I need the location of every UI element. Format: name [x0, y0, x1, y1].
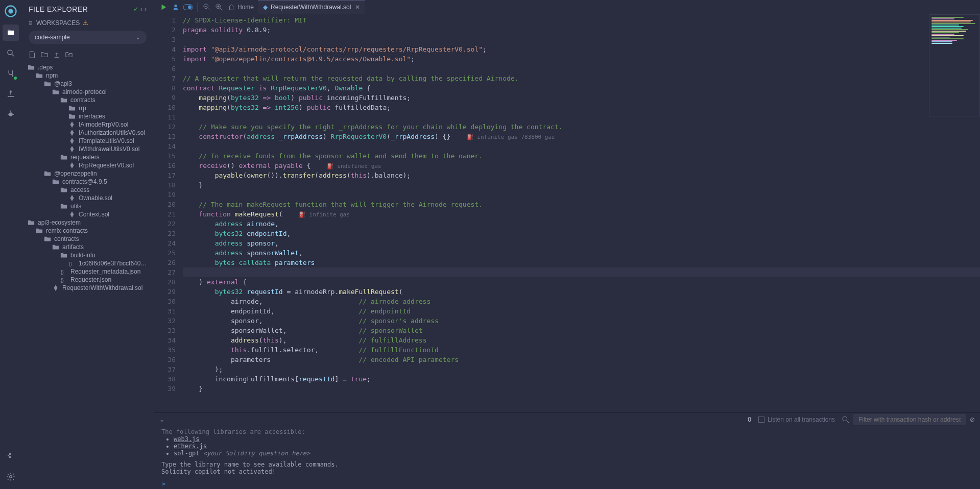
- tree-folder[interactable]: api3-ecosystem: [26, 218, 150, 227]
- code-line[interactable]: // To receive funds from the sponsor wal…: [183, 151, 980, 161]
- workspace-dropdown[interactable]: code-sample ⌄: [29, 31, 147, 44]
- zoom-in-icon[interactable]: [213, 1, 225, 13]
- tree-folder[interactable]: build-info: [26, 251, 150, 259]
- new-folder-icon[interactable]: [41, 51, 48, 58]
- tree-file[interactable]: IWithdrawalUtilsV0.sol: [26, 145, 150, 153]
- git-ok-icon[interactable]: ✓: [133, 6, 138, 13]
- code-line[interactable]: // Make sure you specify the right _rrpA…: [183, 122, 980, 132]
- tree-folder[interactable]: @openzeppelin: [26, 169, 150, 178]
- terminal-body[interactable]: The following libraries are accessible: …: [154, 426, 980, 489]
- code-line[interactable]: address airnode,: [183, 219, 980, 229]
- prev-chevron-icon[interactable]: ‹: [140, 6, 142, 13]
- tree-folder[interactable]: requesters: [26, 153, 150, 161]
- code-line[interactable]: import "@api3/airnode-protocol/contracts…: [183, 44, 980, 54]
- code-line[interactable]: }: [183, 384, 980, 394]
- code-line[interactable]: function makeRequest( ⛽ infinite gas: [183, 209, 980, 219]
- code-line[interactable]: import "@openzeppelin/contracts@4.9.5/ac…: [183, 54, 980, 64]
- code-line[interactable]: // SPDX-License-Identifier: MIT: [183, 15, 980, 25]
- terminal-search-icon[interactable]: [842, 416, 849, 423]
- code-line[interactable]: airnode, // airnode address: [183, 297, 980, 306]
- clear-terminal-icon[interactable]: ⊘: [970, 416, 975, 423]
- code-line[interactable]: payable(owner()).transfer(address(this).…: [183, 170, 980, 180]
- tree-file[interactable]: {}Requester.json: [26, 276, 150, 284]
- tree-folder[interactable]: remix-contracts: [26, 227, 150, 235]
- upload-folder-icon[interactable]: [65, 51, 73, 58]
- terminal-filter-input[interactable]: [853, 414, 966, 425]
- code-line[interactable]: }: [183, 180, 980, 190]
- code-line[interactable]: this.fulfill.selector, // fulfillFunctio…: [183, 345, 980, 355]
- minimap[interactable]: [929, 14, 980, 116]
- tree-file[interactable]: IAirnodeRrpV0.sol: [26, 120, 150, 129]
- code-line[interactable]: contract Requester is RrpRequesterV0, Ow…: [183, 83, 980, 93]
- upload-icon[interactable]: [53, 51, 60, 58]
- home-tab[interactable]: Home: [237, 4, 254, 11]
- deploy-icon[interactable]: [3, 86, 19, 102]
- tree-file[interactable]: {}Requester_metadata.json: [26, 267, 150, 276]
- tree-file[interactable]: RrpRequesterV0.sol: [26, 161, 150, 169]
- code-line[interactable]: receive() external payable { ⛽ undefined…: [183, 161, 980, 170]
- tree-file[interactable]: {}1c06f6d06e3f7bccf640450151111a0...: [26, 259, 150, 267]
- tree-folder[interactable]: airnode-protocol: [26, 88, 150, 96]
- search-icon[interactable]: [3, 45, 19, 61]
- code-line[interactable]: address sponsorWallet,: [183, 248, 980, 258]
- tree-file[interactable]: IAuthorizationUtilsV0.sol: [26, 129, 150, 137]
- lib-link[interactable]: web3.js: [174, 435, 200, 443]
- file-explorer-icon[interactable]: [3, 25, 19, 41]
- code-line[interactable]: bytes calldata parameters: [183, 258, 980, 267]
- hamburger-icon[interactable]: ≡: [29, 19, 32, 27]
- run-script-icon[interactable]: [170, 1, 182, 13]
- tree-folder[interactable]: .deps: [26, 63, 150, 71]
- tree-folder[interactable]: artifacts: [26, 243, 150, 251]
- active-file-tab[interactable]: ◆ RequesterWithWithdrawal.sol ✕: [258, 0, 365, 14]
- code-line[interactable]: address sponsor,: [183, 238, 980, 248]
- code-line[interactable]: [183, 112, 980, 122]
- code-line[interactable]: constructor(address _rrpAddress) RrpRequ…: [183, 132, 980, 141]
- code-content[interactable]: // SPDX-License-Identifier: MITpragma so…: [183, 14, 980, 412]
- code-line[interactable]: // A Requester that will return the requ…: [183, 74, 980, 83]
- debugger-icon[interactable]: [3, 106, 19, 123]
- toggle-icon[interactable]: [182, 1, 194, 13]
- code-line[interactable]: sponsor, // sponsor's address: [183, 316, 980, 326]
- code-line[interactable]: mapping(bytes32 => bool) public incoming…: [183, 93, 980, 103]
- tree-folder[interactable]: access: [26, 186, 150, 194]
- tree-folder[interactable]: contracts: [26, 235, 150, 243]
- close-tab-icon[interactable]: ✕: [355, 4, 360, 11]
- code-editor[interactable]: 1234567891011121314151617181920212223242…: [154, 14, 980, 412]
- zoom-out-icon[interactable]: [201, 1, 213, 13]
- plugin-manager-icon[interactable]: [3, 448, 19, 464]
- listen-checkbox[interactable]: [758, 417, 764, 423]
- settings-icon[interactable]: [3, 469, 19, 485]
- code-line[interactable]: incomingFulfillments[requestId] = true;: [183, 374, 980, 384]
- code-line[interactable]: [183, 35, 980, 44]
- lib-link[interactable]: ethers.js: [174, 443, 207, 450]
- tree-folder[interactable]: utils: [26, 202, 150, 210]
- next-chevron-icon[interactable]: ›: [145, 6, 147, 13]
- code-line[interactable]: );: [183, 364, 980, 374]
- tree-file[interactable]: Context.sol: [26, 210, 150, 218]
- tree-folder[interactable]: contracts@4.9.5: [26, 178, 150, 186]
- code-line[interactable]: [183, 64, 980, 74]
- tree-folder[interactable]: interfaces: [26, 112, 150, 120]
- terminal-collapse-icon[interactable]: ⌄: [159, 416, 748, 423]
- code-line[interactable]: address(this), // fulfillAddress: [183, 335, 980, 345]
- tree-folder[interactable]: npm: [26, 71, 150, 80]
- tree-file[interactable]: RequesterWithWithdrawal.sol: [26, 284, 150, 292]
- tree-folder[interactable]: rrp: [26, 104, 150, 112]
- home-icon[interactable]: [225, 1, 237, 13]
- code-line[interactable]: ) external {: [183, 277, 980, 287]
- code-line[interactable]: bytes32 requestId = airnodeRrp.makeFullR…: [183, 287, 980, 297]
- code-line[interactable]: mapping(bytes32 => int256) public fulfil…: [183, 103, 980, 112]
- run-icon[interactable]: [157, 1, 170, 13]
- tree-file[interactable]: ITemplateUtilsV0.sol: [26, 137, 150, 145]
- compiler-icon[interactable]: [3, 65, 19, 82]
- code-line[interactable]: bytes32 endpointId,: [183, 229, 980, 238]
- code-line[interactable]: [183, 267, 980, 277]
- tree-file[interactable]: Ownable.sol: [26, 194, 150, 202]
- code-line[interactable]: sponsorWallet, // sponsorWallet: [183, 326, 980, 335]
- code-line[interactable]: pragma solidity 0.8.9;: [183, 25, 980, 35]
- new-file-icon[interactable]: [29, 51, 36, 58]
- code-line[interactable]: [183, 190, 980, 200]
- code-line[interactable]: endpointId, // endpointId: [183, 306, 980, 316]
- code-line[interactable]: // The main makeRequest function that wi…: [183, 200, 980, 209]
- code-line[interactable]: [183, 141, 980, 151]
